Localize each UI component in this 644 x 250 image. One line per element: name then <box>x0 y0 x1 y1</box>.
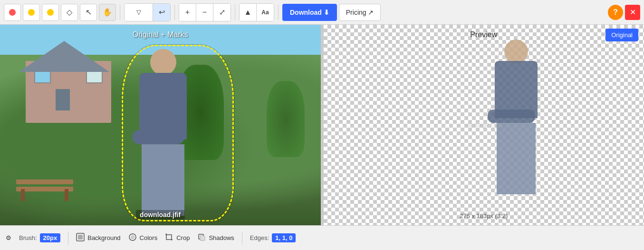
undo-icon: ↩ <box>159 8 165 17</box>
house-window-right <box>86 70 103 83</box>
separator-2 <box>174 5 175 20</box>
separator-4 <box>278 5 279 20</box>
edges-value-badge[interactable]: 1, 1, 0 <box>272 233 296 242</box>
brush-label: Brush: <box>19 234 37 241</box>
close-button[interactable]: ✕ <box>625 5 640 20</box>
preview-label: Preview <box>470 30 497 39</box>
zoom-in-button[interactable]: + <box>179 4 196 21</box>
colors-item[interactable]: Colors <box>128 233 158 243</box>
help-button[interactable]: ? <box>608 5 623 20</box>
select-dropdown[interactable]: ▽ <box>125 4 153 21</box>
watermark: clipmagic.com <box>466 122 502 129</box>
shadows-label: Shadows <box>209 234 234 241</box>
toggle-view-button[interactable]: ▲ <box>240 4 257 21</box>
undo-redo-group: ▽ ↩ <box>124 3 171 21</box>
zoom-out-button[interactable]: − <box>196 4 213 21</box>
close-icon: ✕ <box>630 8 636 17</box>
main-content: Original + Marks download.jfif Preview O… <box>0 25 644 225</box>
tool-minus-button[interactable] <box>23 4 40 21</box>
left-panel: Original + Marks download.jfif <box>0 25 321 225</box>
download-label: Download ⬇ <box>290 9 329 16</box>
edges-label: Edges: <box>250 234 269 241</box>
undo-button[interactable]: ↩ <box>153 4 170 21</box>
person-right-extracted <box>490 40 542 201</box>
svg-point-1 <box>28 9 35 16</box>
house-window-left <box>34 70 51 83</box>
fit-icon: ⤢ <box>219 8 225 17</box>
background-icon <box>76 233 85 243</box>
text-size-icon: Aa <box>261 9 269 16</box>
pricing-label: Pricing ↗ <box>346 9 374 16</box>
tree-2 <box>267 81 305 157</box>
separator-3 <box>235 5 235 20</box>
crop-item[interactable]: Crop <box>165 233 190 243</box>
crop-label: Crop <box>176 234 190 241</box>
colors-icon <box>128 233 137 243</box>
svg-point-2 <box>47 9 54 16</box>
hand-tool[interactable]: ✋ <box>99 4 116 21</box>
text-size-button[interactable]: Aa <box>257 4 274 21</box>
background-label: Background <box>87 234 120 241</box>
selection-outline <box>122 45 234 221</box>
dimensions-label: 275 x 183px (3:2) <box>460 212 508 220</box>
svg-point-6 <box>131 235 135 239</box>
help-icon: ? <box>613 8 618 17</box>
right-panel: Preview Original clipmagic.com 275 x 183… <box>324 25 644 225</box>
edges-item: Edges: 1, 1, 0 <box>250 233 296 242</box>
pricing-button[interactable]: Pricing ↗ <box>339 4 381 21</box>
colors-label: Colors <box>140 234 158 241</box>
shadows-icon <box>197 233 206 243</box>
bottom-toolbar: ⚙ Brush: 20px Background Colors <box>0 225 644 250</box>
diamond-tool[interactable]: ◇ <box>61 4 78 21</box>
zoom-group: + − ⤢ <box>179 3 231 21</box>
tool-circle-button[interactable] <box>4 4 21 21</box>
bottom-sep-1 <box>68 231 68 245</box>
zoom-in-icon: + <box>185 8 190 17</box>
left-panel-label: Original + Marks <box>133 30 188 39</box>
arrow-tool[interactable]: ↖ <box>80 4 97 21</box>
toggle-view-icon: ▲ <box>244 8 252 17</box>
house-door <box>56 89 70 110</box>
filename-label: download.jfif <box>136 210 184 220</box>
bottom-sep-2 <box>242 231 242 245</box>
settings-icon-item[interactable]: ⚙ <box>6 234 11 241</box>
original-btn-label: Original <box>611 31 633 39</box>
background-item[interactable]: Background <box>76 233 120 243</box>
top-toolbar: ◇ ↖ ✋ ▽ ↩ + − ⤢ ▲ Aa Download <box>0 0 644 25</box>
brush-item: Brush: 20px <box>19 233 60 242</box>
shadows-item[interactable]: Shadows <box>197 233 234 243</box>
brush-size-badge[interactable]: 20px <box>40 233 61 242</box>
tool-dot-button[interactable] <box>42 4 59 21</box>
crop-icon <box>165 233 173 243</box>
svg-rect-4 <box>78 235 83 240</box>
original-button[interactable]: Original <box>606 29 638 41</box>
view-group: ▲ Aa <box>239 3 274 21</box>
settings-icon: ⚙ <box>6 234 11 241</box>
select-icon: ▽ <box>136 9 141 16</box>
svg-rect-8 <box>200 236 205 240</box>
bench <box>16 172 73 201</box>
house-roof <box>19 41 109 72</box>
fit-button[interactable]: ⤢ <box>213 4 231 21</box>
svg-point-0 <box>9 9 16 16</box>
separator-1 <box>120 5 120 20</box>
download-button[interactable]: Download ⬇ <box>282 4 337 21</box>
zoom-out-icon: − <box>202 8 207 17</box>
